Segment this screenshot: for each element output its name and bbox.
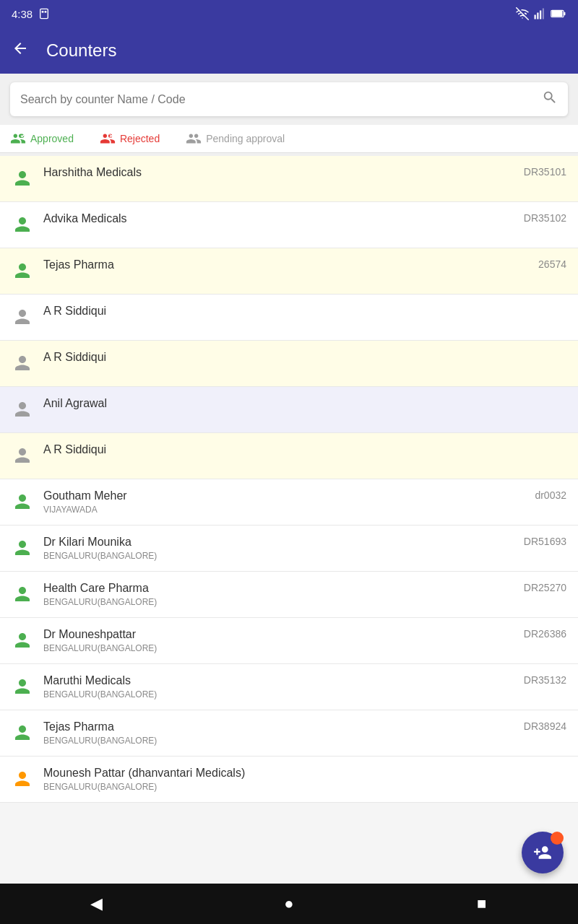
nav-recent-button[interactable]: ■ [460, 889, 504, 918]
item-content: Dr Mouneshpattar BENGALURU(BANGALORE) [43, 628, 566, 653]
search-icon-button[interactable] [542, 90, 558, 109]
svg-rect-1 [42, 11, 44, 13]
tab-approved[interactable]: Approved [10, 131, 74, 147]
item-person-icon [12, 445, 33, 466]
sim-icon [38, 8, 50, 19]
item-code: DR38924 [524, 720, 566, 732]
svg-rect-3 [535, 15, 536, 19]
item-subtitle: BENGALURU(BANGALORE) [43, 736, 566, 746]
item-code: DR35102 [524, 212, 566, 224]
item-name: Goutham Meher [43, 489, 566, 502]
item-name: Mounesh Pattar (dhanvantari Medicals) [43, 767, 566, 780]
battery-icon [551, 9, 566, 19]
item-name: Tejas Pharma [43, 258, 566, 271]
item-name: Advika Medicals [43, 212, 566, 225]
item-name: A R Siddiqui [43, 305, 566, 318]
item-subtitle: BENGALURU(BANGALORE) [43, 689, 566, 699]
item-name: Dr Mouneshpattar [43, 628, 566, 641]
item-content: Dr Kilari Mounika BENGALURU(BANGALORE) [43, 536, 566, 561]
search-input[interactable] [20, 93, 542, 106]
wifi-icon [516, 7, 529, 20]
list-item[interactable]: Anil Agrawal [0, 387, 578, 433]
list-item[interactable]: Advika Medicals DR35102 [0, 202, 578, 248]
svg-rect-6 [543, 9, 544, 19]
tab-rejected[interactable]: Rejected [100, 131, 160, 147]
item-name: Health Care Pharma [43, 582, 566, 595]
item-person-icon [12, 629, 33, 651]
item-person-icon [12, 768, 33, 790]
signal-icon [533, 7, 546, 20]
nav-home-button[interactable]: ● [267, 889, 311, 918]
item-content: A R Siddiqui [43, 351, 566, 364]
svg-rect-0 [40, 9, 48, 18]
status-bar: 4:38 [0, 0, 578, 27]
list-item[interactable]: Tejas Pharma 26574 [0, 248, 578, 295]
svg-rect-9 [552, 11, 563, 17]
item-code: 26574 [538, 258, 566, 270]
item-content: Health Care Pharma BENGALURU(BANGALORE) [43, 582, 566, 607]
item-person-icon [12, 583, 33, 605]
fab-badge [551, 832, 564, 845]
item-content: Maruthi Medicals BENGALURU(BANGALORE) [43, 674, 566, 699]
item-name: Harshitha Medicals [43, 166, 566, 179]
list-item[interactable]: Harshitha Medicals DR35101 [0, 156, 578, 202]
item-person-icon [12, 491, 33, 513]
item-subtitle: BENGALURU(BANGALORE) [43, 551, 566, 561]
item-content: Goutham Meher VIJAYAWADA [43, 489, 566, 515]
item-code: DR25270 [524, 582, 566, 593]
item-person-icon [12, 537, 33, 559]
list-item[interactable]: A R Siddiqui [0, 433, 578, 479]
app-bar: Counters [0, 27, 578, 74]
item-person-icon [12, 352, 33, 374]
item-content: A R Siddiqui [43, 443, 566, 456]
item-code: DR35132 [524, 674, 566, 686]
item-code: DR51693 [524, 536, 566, 547]
item-code: dr0032 [535, 489, 566, 501]
list-item[interactable]: Maruthi Medicals BENGALURU(BANGALORE) DR… [0, 664, 578, 710]
back-button[interactable] [12, 40, 29, 61]
list-item[interactable]: A R Siddiqui [0, 341, 578, 387]
item-subtitle: BENGALURU(BANGALORE) [43, 643, 566, 653]
add-counter-fab[interactable] [522, 832, 564, 873]
counters-list: Harshitha Medicals DR35101 Advika Medica… [0, 156, 578, 885]
time-display: 4:38 [12, 8, 33, 20]
item-content: Harshitha Medicals [43, 166, 566, 179]
svg-rect-8 [564, 12, 565, 16]
item-person-icon [12, 398, 33, 420]
item-person-icon [12, 306, 33, 328]
item-name: Maruthi Medicals [43, 674, 566, 687]
item-content: Advika Medicals [43, 212, 566, 225]
item-subtitle: BENGALURU(BANGALORE) [43, 597, 566, 607]
item-person-icon [12, 676, 33, 697]
item-name: Tejas Pharma [43, 720, 566, 733]
add-person-icon [533, 843, 552, 862]
item-name: A R Siddiqui [43, 443, 566, 456]
item-person-icon [12, 214, 33, 235]
list-item[interactable]: A R Siddiqui [0, 295, 578, 341]
list-item[interactable]: Mounesh Pattar (dhanvantari Medicals) BE… [0, 757, 578, 803]
tab-rejected-label: Rejected [120, 133, 160, 144]
nav-back-button[interactable]: ◀ [74, 889, 118, 918]
item-code: DR35101 [524, 166, 566, 178]
item-name: Dr Kilari Mounika [43, 536, 566, 549]
list-item[interactable]: Tejas Pharma BENGALURU(BANGALORE) DR3892… [0, 710, 578, 757]
svg-rect-2 [45, 11, 47, 13]
item-content: Tejas Pharma [43, 258, 566, 271]
tab-pending-label: Pending approval [206, 133, 285, 144]
tab-approved-label: Approved [30, 133, 74, 144]
page-title: Counters [46, 40, 116, 61]
item-name: A R Siddiqui [43, 351, 566, 364]
item-content: Mounesh Pattar (dhanvantari Medicals) BE… [43, 767, 566, 792]
list-item[interactable]: Health Care Pharma BENGALURU(BANGALORE) … [0, 572, 578, 618]
item-code: DR26386 [524, 628, 566, 640]
tab-pending[interactable]: Pending approval [186, 131, 285, 147]
search-bar [10, 82, 568, 116]
item-content: Anil Agrawal [43, 397, 566, 410]
item-content: A R Siddiqui [43, 305, 566, 318]
list-item[interactable]: Dr Mouneshpattar BENGALURU(BANGALORE) DR… [0, 618, 578, 664]
svg-rect-4 [537, 13, 538, 19]
list-item[interactable]: Dr Kilari Mounika BENGALURU(BANGALORE) D… [0, 526, 578, 572]
item-subtitle: BENGALURU(BANGALORE) [43, 782, 566, 792]
list-item[interactable]: Goutham Meher VIJAYAWADA dr0032 [0, 479, 578, 526]
item-person-icon [12, 260, 33, 282]
